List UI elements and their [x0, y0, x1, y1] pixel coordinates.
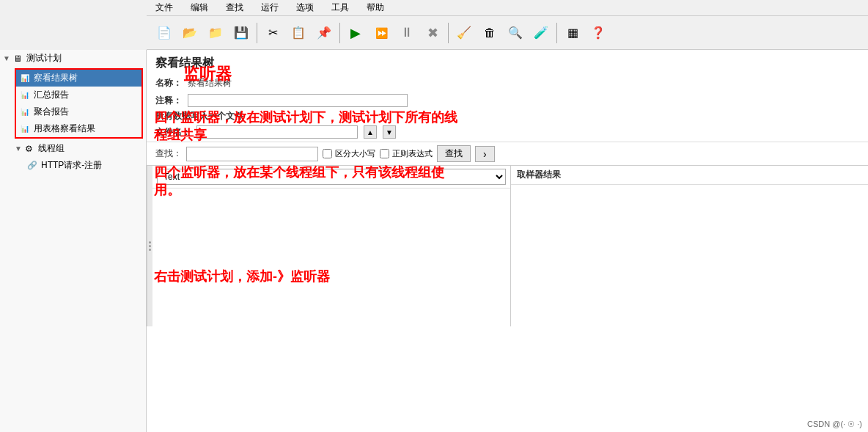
clear-button[interactable]: 🧹 — [452, 21, 476, 45]
view-dropdown[interactable]: Text — [157, 169, 506, 185]
sidebar: ▼ 🖥 测试计划 📊 察看结果树 📊 汇总报告 📊 聚合报告 📊 用表格察看结果 — [0, 50, 147, 432]
drag-dot-3 — [149, 249, 151, 251]
filename-label: 文件名： — [155, 126, 191, 139]
search-section: 查找： 区分大小写 正则表达式 查找 › — [147, 142, 868, 165]
menu-item-options[interactable]: 选项 — [293, 0, 317, 15]
menu-item-edit[interactable]: 编辑 — [188, 0, 211, 15]
right-pane: 取样器结果 — [511, 166, 869, 326]
result-tree-icon: 📊 — [19, 73, 31, 84]
left-pane: Text — [152, 166, 511, 326]
http-icon: 🔗 — [26, 160, 38, 172]
sidebar-item-table-view[interactable]: 📊 用表格察看结果 — [16, 120, 141, 137]
sidebar-item-summary-report[interactable]: 📊 汇总报告 — [16, 87, 141, 103]
expand-arrow: ▼ — [3, 54, 10, 62]
comment-section: 注释： — [147, 92, 868, 109]
close-button[interactable]: 📁 — [204, 21, 227, 45]
name-label: 名称： — [155, 77, 182, 89]
regex-group: 正则表达式 — [380, 148, 433, 159]
aggregate-icon: 📊 — [19, 106, 31, 118]
new-button[interactable]: 📄 — [152, 21, 176, 45]
kill-button[interactable]: ✖ — [421, 21, 444, 45]
search-label: 查找： — [155, 147, 182, 160]
sidebar-item-http-request[interactable]: 🔗 HTTP请求-注册 — [0, 157, 146, 174]
comment-input[interactable] — [188, 94, 408, 107]
drag-dot-1 — [149, 241, 151, 244]
play-fast-button[interactable]: ⏩ — [369, 21, 393, 45]
menu-item-file[interactable]: 文件 — [152, 0, 176, 15]
thread-group-label: 线程组 — [38, 142, 65, 155]
sidebar-item-test-plan[interactable]: ▼ 🖥 测试计划 — [0, 50, 146, 67]
copy-button[interactable]: 📋 — [287, 21, 310, 45]
sep4 — [556, 23, 557, 43]
all-data-section: 所有数据写入一个文件 — [147, 109, 868, 124]
case-sensitive-group: 区分大小写 — [323, 148, 375, 159]
aggregate-label: 聚合报告 — [34, 106, 69, 118]
panel-title: 察看结果树 — [147, 50, 868, 74]
up-button[interactable]: ▲ — [364, 125, 377, 139]
sidebar-item-aggregate-report[interactable]: 📊 聚合报告 — [16, 103, 141, 120]
menu-item-tools[interactable]: 工具 — [328, 0, 352, 15]
drag-handle[interactable] — [147, 166, 152, 326]
sep2 — [339, 23, 340, 43]
play-button[interactable]: ▶ — [344, 21, 367, 45]
right-pane-content — [511, 185, 869, 326]
sep3 — [448, 23, 449, 43]
search-button[interactable]: 🔍 — [504, 21, 527, 45]
summary-label: 汇总报告 — [34, 89, 69, 101]
help-button[interactable]: ❓ — [586, 21, 610, 45]
thread-group-icon: ⚙ — [23, 143, 35, 155]
result-tree-label: 察看结果树 — [34, 72, 78, 84]
menu-item-help[interactable]: 帮助 — [364, 0, 387, 15]
sidebar-item-thread-group[interactable]: ▼ ⚙ 线程组 — [0, 140, 146, 157]
right-panel: 察看结果树 名称： 察看结果树 注释： 所有数据写入一个文件 文件名： ▲ ▼ … — [147, 50, 868, 432]
find-button[interactable]: 查找 — [437, 145, 471, 162]
bottom-area: Text 取样器结果 — [147, 165, 868, 326]
grid-button[interactable]: ▦ — [561, 21, 584, 45]
stop-button[interactable]: ⏸ — [395, 21, 419, 45]
dropdown-section: Text — [152, 166, 510, 188]
thread-expand-arrow: ▼ — [15, 144, 22, 153]
http-label: HTTP请求-注册 — [41, 159, 102, 172]
menu-item-run[interactable]: 运行 — [258, 0, 282, 15]
filename-input[interactable] — [196, 125, 358, 139]
sep1 — [257, 23, 257, 43]
regex-checkbox[interactable] — [380, 149, 389, 158]
table-view-icon: 📊 — [19, 123, 31, 135]
beaker-button[interactable]: 🧪 — [529, 21, 553, 45]
menu-item-find[interactable]: 查找 — [223, 0, 246, 15]
comment-label: 注释： — [155, 95, 182, 107]
name-section: 名称： 察看结果树 — [147, 74, 868, 92]
case-sensitive-label: 区分大小写 — [335, 148, 375, 159]
paste-button[interactable]: 📌 — [312, 21, 336, 45]
test-plan-label: 测试计划 — [26, 52, 62, 65]
filename-section: 文件名： ▲ ▼ — [147, 124, 868, 140]
save-button[interactable]: 💾 — [229, 21, 253, 45]
search-input[interactable] — [186, 147, 318, 161]
find-next-button[interactable]: › — [475, 146, 495, 162]
clear2-button[interactable]: 🗑 — [478, 21, 501, 45]
case-sensitive-checkbox[interactable] — [323, 149, 332, 158]
table-view-label: 用表格察看结果 — [34, 122, 95, 135]
drag-dot-2 — [149, 245, 151, 247]
name-value: 察看结果树 — [188, 77, 232, 89]
cut-button[interactable]: ✂ — [261, 21, 284, 45]
down-button[interactable]: ▼ — [383, 125, 396, 139]
open-button[interactable]: 📂 — [178, 21, 202, 45]
right-pane-title: 取样器结果 — [511, 166, 869, 185]
csdn-watermark: CSDN @(· ☉ ·) — [807, 420, 862, 429]
test-plan-icon: 🖥 — [12, 53, 23, 65]
all-data-label: 所有数据写入一个文件 — [155, 110, 243, 122]
regex-label: 正则表达式 — [392, 148, 433, 159]
sidebar-item-result-tree[interactable]: 📊 察看结果树 — [16, 70, 141, 87]
summary-icon: 📊 — [19, 89, 31, 101]
left-pane-content — [152, 188, 510, 326]
